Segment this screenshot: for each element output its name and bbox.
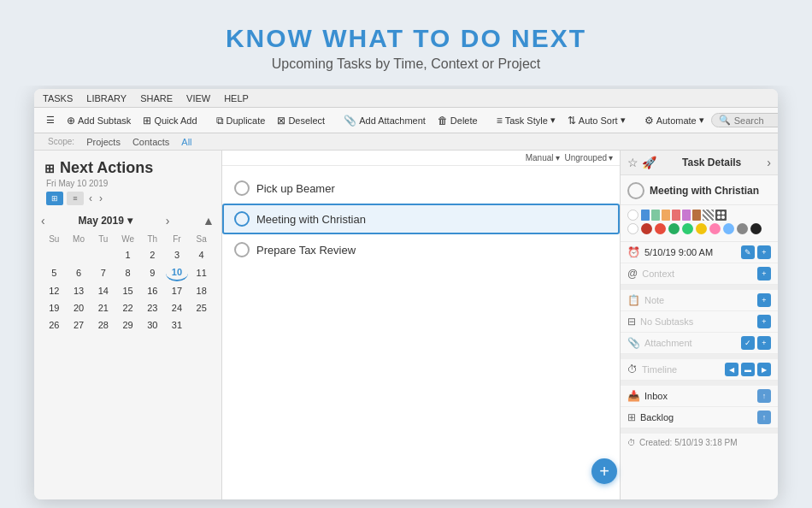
calendar-day[interactable]: 9 [141, 264, 164, 281]
calendar-day[interactable]: 7 [91, 264, 115, 281]
calendar-day[interactable]: 10 [166, 264, 189, 281]
swatch-green[interactable] [668, 223, 680, 234]
note-add-btn[interactable]: + [757, 293, 771, 307]
details-task-circle[interactable] [627, 182, 644, 199]
calendar-day[interactable]: 11 [190, 264, 213, 281]
calendar-day[interactable]: 20 [68, 300, 91, 316]
menu-tasks[interactable]: TASKS [43, 93, 73, 103]
calendar-day[interactable]: 30 [141, 317, 164, 333]
calendar-day[interactable]: 21 [91, 300, 115, 316]
rocket-icon[interactable]: 🚀 [642, 156, 656, 169]
manual-select[interactable]: Manual ▾ [526, 153, 560, 162]
task-1-checkbox[interactable] [234, 180, 250, 196]
cal-prev[interactable]: ‹ [41, 214, 45, 227]
calendar-day[interactable]: 26 [43, 317, 66, 333]
details-chevron[interactable]: › [767, 156, 771, 169]
task-style-button[interactable]: ≡ Task Style ▾ [491, 113, 561, 128]
calendar-day[interactable]: 13 [68, 283, 91, 298]
auto-sort-button[interactable]: ⇅ Auto Sort ▾ [562, 113, 631, 128]
swatch-mid-gray[interactable] [737, 223, 748, 234]
delete-button[interactable]: 🗑 Delete [432, 113, 483, 128]
menu-share[interactable]: SHARE [140, 93, 173, 103]
calendar-day[interactable]: 27 [68, 317, 91, 333]
calendar-day[interactable] [43, 247, 66, 263]
timeline-btn-3[interactable]: ▶ [757, 363, 771, 376]
cal-expand[interactable]: ▲ [203, 214, 215, 227]
scope-projects[interactable]: Projects [81, 137, 126, 147]
calendar-day[interactable]: 28 [91, 317, 115, 333]
calendar-day[interactable]: 23 [141, 300, 164, 316]
attachment-add-btn[interactable]: + [757, 336, 771, 350]
calendar-day[interactable] [91, 247, 115, 263]
datetime-edit-btn[interactable]: ✎ [741, 245, 755, 259]
deselect-button[interactable]: ⊠ Deselect [272, 113, 330, 128]
task-3-checkbox[interactable] [234, 242, 250, 257]
search-input[interactable] [734, 115, 778, 126]
calendar-day[interactable]: 14 [91, 283, 115, 298]
calendar-day[interactable]: 24 [166, 300, 189, 316]
swatch-outlined[interactable] [627, 210, 638, 221]
nav-prev[interactable]: ‹ [87, 192, 94, 204]
color-swatch-pattern1[interactable] [703, 210, 714, 221]
star-icon[interactable]: ☆ [627, 156, 638, 169]
calendar-day[interactable]: 25 [190, 300, 213, 316]
task-item[interactable]: Meeting with Christian [222, 204, 620, 234]
swatch-red[interactable] [655, 223, 666, 234]
calendar-day[interactable]: 8 [116, 264, 139, 281]
swatch-pink[interactable] [709, 223, 721, 234]
calendar-day[interactable]: 18 [190, 283, 213, 298]
calendar-day[interactable]: 22 [116, 300, 139, 316]
calendar-day[interactable]: 16 [141, 283, 164, 298]
task-item[interactable]: Prepare Tax Review [222, 234, 620, 265]
calendar-day[interactable]: 4 [190, 247, 213, 263]
duplicate-button[interactable]: ⧉ Duplicate [211, 113, 271, 128]
subtasks-add-btn[interactable]: + [757, 315, 771, 328]
calendar-day[interactable] [190, 317, 213, 333]
calendar-day[interactable]: 15 [116, 283, 139, 298]
timeline-btn-1[interactable]: ◀ [725, 363, 738, 376]
cal-month-chevron[interactable]: ▾ [127, 215, 132, 227]
swatch-dark-red[interactable] [641, 223, 652, 234]
hamburger-button[interactable]: ☰ [41, 113, 60, 127]
calendar-day[interactable]: 17 [166, 283, 189, 298]
quick-add-button[interactable]: ⊞ Quick Add [138, 113, 202, 128]
scope-contacts[interactable]: Contacts [127, 137, 174, 147]
color-swatch-orange[interactable] [662, 210, 670, 221]
add-subtask-button[interactable]: ⊕ Add Subtask [62, 113, 136, 128]
calendar-day[interactable]: 5 [43, 264, 66, 281]
automate-button[interactable]: ⚙ Automate ▾ [639, 113, 709, 128]
attachment-check-btn[interactable]: ✓ [741, 336, 755, 350]
add-attachment-button[interactable]: 📎 Add Attachment [338, 113, 431, 128]
view-list-button[interactable]: ≡ [67, 192, 84, 205]
calendar-day[interactable]: 12 [43, 283, 66, 298]
search-box[interactable]: 🔍 [711, 113, 778, 127]
fab-button[interactable]: + [591, 458, 617, 484]
view-grid-button[interactable]: ⊞ [46, 192, 63, 205]
swatch-bright-green[interactable] [682, 223, 693, 234]
context-add-btn[interactable]: + [757, 267, 771, 281]
color-swatch-brown[interactable] [692, 210, 701, 221]
task-2-checkbox[interactable] [234, 211, 250, 227]
nav-next[interactable]: › [97, 192, 104, 204]
backlog-btn[interactable]: ↑ [757, 411, 771, 424]
swatch-circle[interactable] [627, 223, 638, 234]
task-item[interactable]: Pick up Beamer [222, 173, 620, 204]
calendar-day[interactable] [68, 247, 91, 263]
swatch-yellow[interactable] [696, 223, 707, 234]
calendar-day[interactable]: 6 [68, 264, 91, 281]
timeline-btn-2[interactable]: ▬ [741, 363, 755, 376]
color-swatch-blue[interactable] [641, 210, 650, 221]
calendar-day[interactable]: 29 [116, 317, 139, 333]
inbox-btn[interactable]: ↑ [757, 389, 771, 403]
menu-help[interactable]: HELP [224, 93, 249, 103]
calendar-day[interactable]: 1 [116, 247, 139, 263]
ungrouped-select[interactable]: Ungrouped ▾ [565, 153, 613, 162]
datetime-add-btn[interactable]: + [757, 245, 771, 259]
calendar-day[interactable]: 31 [166, 317, 189, 333]
color-swatch-red[interactable] [672, 210, 680, 221]
color-swatch-pattern2[interactable] [715, 210, 727, 221]
swatch-light-blue[interactable] [723, 223, 734, 234]
menu-library[interactable]: LIBRARY [86, 93, 127, 103]
cal-next[interactable]: › [166, 214, 170, 227]
calendar-day[interactable]: 3 [166, 247, 189, 263]
